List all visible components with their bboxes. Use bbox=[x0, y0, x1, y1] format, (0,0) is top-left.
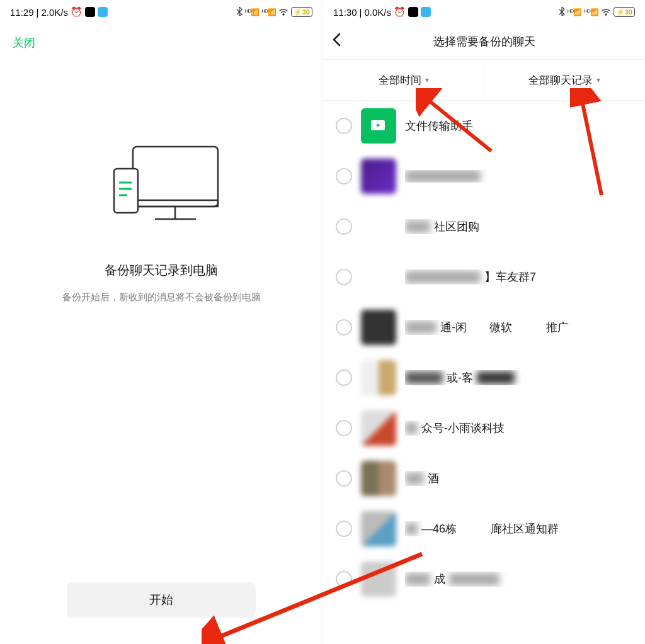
checkbox[interactable] bbox=[336, 370, 352, 386]
filter-time[interactable]: 全部时间 ▾ bbox=[323, 60, 484, 100]
bluetooth-icon bbox=[559, 7, 565, 18]
signal-icon: HD📶 bbox=[245, 8, 260, 16]
app-icon-dark bbox=[408, 7, 418, 17]
alarm-icon: ⏰ bbox=[394, 6, 406, 18]
backup-title: 备份聊天记录到电脑 bbox=[105, 262, 218, 279]
app-icon-blue bbox=[98, 7, 108, 17]
start-button[interactable]: 开始 bbox=[67, 582, 256, 618]
checkbox[interactable] bbox=[336, 218, 352, 235]
chat-row[interactable]: 成 bbox=[323, 554, 645, 604]
blurred-text bbox=[449, 573, 499, 585]
signal-icon: HD📶 bbox=[568, 8, 582, 16]
chevron-down-icon: ▾ bbox=[596, 76, 600, 84]
nav-title: 选择需要备份的聊天 bbox=[433, 34, 535, 49]
signal-icon-2: HD📶 bbox=[261, 8, 276, 16]
chat-row[interactable]: 】车友群7 bbox=[323, 252, 645, 302]
chat-name: 文件传输助手 bbox=[405, 118, 473, 133]
wifi-icon bbox=[601, 7, 611, 18]
avatar bbox=[361, 461, 396, 496]
avatar-group bbox=[361, 209, 396, 244]
chat-row[interactable]: —46栋 廊社区通知群 bbox=[323, 504, 645, 554]
filter-time-label: 全部时间 bbox=[379, 73, 421, 88]
chat-list[interactable]: 文件传输助手 社区团购 bbox=[323, 101, 645, 604]
right-screen: 11:30 | 0.0K/s ⏰ HD📶 HD📶 ⚡30 选择需要备份的聊天 全… bbox=[322, 0, 645, 644]
blurred-text bbox=[405, 523, 418, 535]
avatar bbox=[361, 159, 396, 194]
chat-name: 众号-小雨谈科技 bbox=[421, 421, 505, 436]
checkbox[interactable] bbox=[336, 571, 352, 587]
avatar bbox=[361, 310, 396, 345]
blurred-text bbox=[405, 321, 437, 334]
backup-subtitle: 备份开始后，新收到的消息将不会被备份到电脑 bbox=[62, 291, 261, 303]
battery-badge: ⚡30 bbox=[614, 7, 635, 17]
blurred-text bbox=[477, 371, 515, 384]
signal-icon-2: HD📶 bbox=[584, 8, 598, 16]
chat-row[interactable]: 众号-小雨谈科技 bbox=[323, 403, 645, 453]
close-button[interactable]: 关闭 bbox=[0, 24, 48, 62]
blurred-text bbox=[405, 170, 481, 183]
chat-name: 酒 bbox=[428, 471, 439, 486]
chat-row[interactable]: 或-客 bbox=[323, 353, 645, 403]
bluetooth-icon bbox=[236, 7, 243, 18]
chat-row[interactable]: 通-闲 微软 推广 bbox=[323, 302, 645, 353]
chat-name: 成 bbox=[434, 572, 445, 587]
filter-scope-label: 全部聊天记录 bbox=[528, 73, 593, 88]
chat-name: 或-客 bbox=[447, 370, 473, 385]
app-icon-dark bbox=[85, 7, 95, 17]
blurred-text bbox=[405, 573, 430, 585]
checkbox[interactable] bbox=[336, 168, 352, 184]
wifi-icon bbox=[278, 7, 288, 18]
back-button[interactable] bbox=[332, 33, 341, 50]
status-bar-left: 11:29 | 2.0K/s ⏰ HD📶 HD📶 ⚡30 bbox=[0, 0, 322, 24]
left-screen: 11:29 | 2.0K/s ⏰ HD📶 HD📶 ⚡30 关闭 bbox=[0, 0, 322, 644]
filter-bar: 全部时间 ▾ 全部聊天记录 ▾ bbox=[323, 59, 645, 101]
chevron-down-icon: ▾ bbox=[425, 76, 429, 84]
chat-row[interactable]: 社区团购 bbox=[323, 201, 645, 252]
blurred-text bbox=[405, 271, 481, 283]
chat-name: —46栋 廊社区通知群 bbox=[421, 521, 559, 536]
blurred-text bbox=[405, 472, 424, 485]
chat-name: 通-闲 微软 推广 bbox=[440, 320, 569, 335]
nav-bar: 选择需要备份的聊天 bbox=[323, 24, 645, 59]
chat-row[interactable] bbox=[323, 151, 645, 201]
avatar bbox=[361, 360, 396, 395]
filter-scope[interactable]: 全部聊天记录 ▾ bbox=[484, 60, 646, 100]
chat-row[interactable]: 文件传输助手 bbox=[323, 101, 645, 151]
chat-name: 社区团购 bbox=[434, 219, 479, 234]
blurred-text bbox=[405, 220, 430, 233]
checkbox[interactable] bbox=[336, 521, 352, 537]
checkbox[interactable] bbox=[336, 118, 352, 134]
svg-rect-4 bbox=[114, 169, 138, 213]
checkbox[interactable] bbox=[336, 420, 352, 436]
battery-badge: ⚡30 bbox=[291, 7, 312, 17]
checkbox[interactable] bbox=[336, 319, 352, 336]
chat-name: 】车友群7 bbox=[484, 269, 536, 285]
svg-rect-0 bbox=[133, 147, 218, 206]
blurred-text bbox=[405, 422, 418, 434]
app-icon-blue bbox=[421, 7, 431, 17]
checkbox[interactable] bbox=[336, 269, 352, 285]
checkbox[interactable] bbox=[336, 470, 352, 487]
avatar bbox=[361, 410, 396, 446]
avatar bbox=[361, 562, 396, 597]
status-speed: 2.0K/s bbox=[41, 7, 68, 18]
chat-row[interactable]: 酒 bbox=[323, 453, 645, 504]
status-time: 11:29 bbox=[10, 7, 34, 18]
avatar-file-transfer bbox=[361, 108, 396, 144]
status-bar-right: 11:30 | 0.0K/s ⏰ HD📶 HD📶 ⚡30 bbox=[323, 0, 645, 24]
avatar-group bbox=[361, 259, 396, 295]
status-speed: 0.0K/s bbox=[364, 7, 391, 18]
backup-illustration bbox=[98, 137, 224, 232]
alarm-icon: ⏰ bbox=[71, 6, 83, 18]
blurred-text bbox=[405, 371, 443, 384]
avatar bbox=[361, 511, 396, 546]
svg-rect-1 bbox=[133, 200, 218, 206]
status-time: 11:30 bbox=[333, 7, 357, 18]
